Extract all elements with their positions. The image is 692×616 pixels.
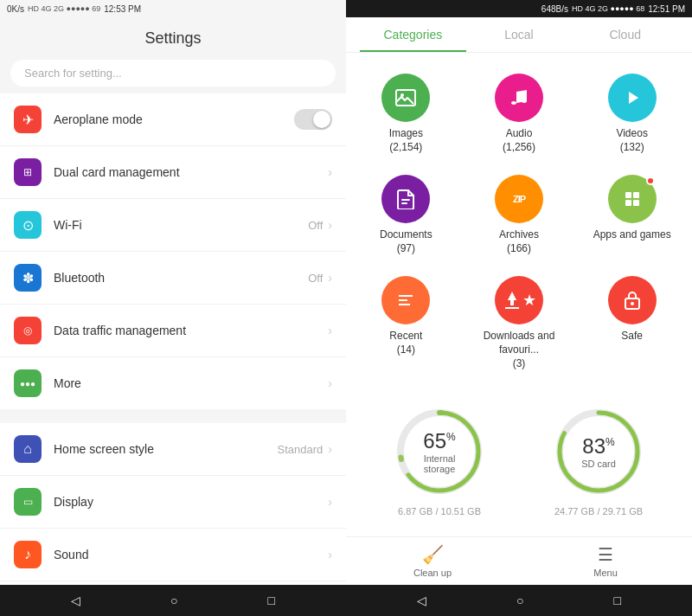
data-traffic-label: Data traffic management xyxy=(54,324,328,337)
sound-chevron: › xyxy=(328,548,332,561)
images-icon xyxy=(381,74,430,122)
menu-button[interactable]: ☰ Menu xyxy=(519,537,692,585)
aeroplane-label: Aeroplane mode xyxy=(54,112,294,126)
internal-percent-display: 65% Internal storage xyxy=(416,429,464,474)
internal-size: 6.87 GB / 10.51 GB xyxy=(398,506,481,517)
right-time: 12:51 PM xyxy=(648,4,685,14)
bluetooth-icon: ✽ xyxy=(14,264,42,292)
settings-item-wifi[interactable]: ⊙ Wi-Fi Off › xyxy=(0,199,346,252)
sd-donut: 83% SD card xyxy=(551,404,646,499)
sd-label: SD card xyxy=(581,459,616,469)
back-button-right[interactable]: ◁ xyxy=(417,594,426,607)
category-archives[interactable]: ZIP Archives(166) xyxy=(466,168,573,262)
home-screen-value: Standard xyxy=(278,443,324,456)
downloads-label: Downloads and favouri...(3) xyxy=(473,330,566,370)
svg-rect-5 xyxy=(633,200,639,206)
dual-card-label: Dual card management xyxy=(54,165,328,179)
storage-internal: 65% Internal storage 6.87 GB / 10.51 GB xyxy=(392,404,487,517)
storage-sd: 83% SD card 24.77 GB / 29.71 GB xyxy=(551,404,646,517)
category-recent[interactable]: Recent(14) xyxy=(353,269,459,377)
svg-rect-2 xyxy=(625,192,631,198)
category-downloads[interactable]: ★ Downloads and favouri...(3) xyxy=(466,269,573,377)
bluetooth-label: Bluetooth xyxy=(54,271,308,285)
archives-label: Archives(166) xyxy=(499,228,539,255)
videos-label: Videos(132) xyxy=(616,127,647,154)
recents-button-right[interactable]: □ xyxy=(614,594,621,607)
left-status-bar: 0K/s HD 4G 2G ●●●●● 69 12:53 PM xyxy=(0,0,346,17)
tab-categories[interactable]: Categories xyxy=(360,28,466,52)
more-label: More xyxy=(54,376,328,390)
settings-item-data-traffic[interactable]: ◎ Data traffic management › xyxy=(0,305,346,357)
settings-group-2: ⌂ Home screen style Standard › ▭ Display… xyxy=(0,423,346,585)
settings-item-bluetooth[interactable]: ✽ Bluetooth Off › xyxy=(0,252,346,305)
archives-icon: ZIP xyxy=(495,175,543,223)
sd-percent-display: 83% SD card xyxy=(581,434,616,469)
data-traffic-icon: ◎ xyxy=(14,317,42,344)
files-tabs: Categories Local Cloud xyxy=(346,17,692,53)
search-bar[interactable]: Search for setting... xyxy=(10,60,336,87)
category-images[interactable]: Images(2,154) xyxy=(353,67,459,161)
right-speed: 648B/s xyxy=(541,4,568,14)
audio-icon xyxy=(495,74,543,122)
svg-rect-3 xyxy=(633,192,639,198)
videos-icon xyxy=(608,74,657,122)
internal-label: Internal storage xyxy=(416,453,464,474)
documents-icon xyxy=(381,175,430,223)
apps-notification-dot xyxy=(646,176,655,185)
system-nav: ◁ ○ □ ◁ ○ □ xyxy=(0,585,692,616)
cleanup-label: Clean up xyxy=(413,568,452,578)
home-screen-icon: ⌂ xyxy=(14,435,42,463)
right-nav: ◁ ○ □ xyxy=(346,585,692,616)
settings-list: ✈ Aeroplane mode ⊞ Dual card management … xyxy=(0,93,346,585)
wifi-value: Off xyxy=(308,219,323,232)
category-apps[interactable]: Apps and games xyxy=(579,168,685,262)
svg-point-8 xyxy=(631,302,634,305)
left-time: 12:53 PM xyxy=(104,4,141,14)
apps-icon xyxy=(608,175,657,223)
settings-item-dual-card[interactable]: ⊞ Dual card management › xyxy=(0,146,346,199)
wifi-chevron: › xyxy=(328,218,332,232)
files-categories-grid: Images(2,154) Audio(1,256) Videos(132) xyxy=(346,53,692,391)
data-traffic-chevron: › xyxy=(328,324,332,337)
settings-item-sound[interactable]: ♪ Sound › xyxy=(0,529,346,581)
cleanup-icon: 🧹 xyxy=(422,544,444,565)
tab-cloud[interactable]: Cloud xyxy=(572,28,678,52)
menu-icon: ☰ xyxy=(598,544,613,565)
sd-percent: 83% xyxy=(581,434,616,459)
documents-label: Documents(97) xyxy=(380,228,432,255)
search-placeholder: Search for setting... xyxy=(24,67,122,80)
display-chevron: › xyxy=(328,495,332,509)
bluetooth-chevron: › xyxy=(328,271,332,285)
settings-item-display[interactable]: ▭ Display › xyxy=(0,476,346,529)
back-button-left[interactable]: ◁ xyxy=(71,594,80,607)
apps-label: Apps and games xyxy=(593,228,671,242)
recents-button-left[interactable]: □ xyxy=(268,594,275,607)
settings-item-home-screen[interactable]: ⌂ Home screen style Standard › xyxy=(0,423,346,476)
category-documents[interactable]: Documents(97) xyxy=(353,168,459,262)
internal-percent: 65% xyxy=(416,429,464,453)
tab-local[interactable]: Local xyxy=(466,28,573,52)
display-icon: ▭ xyxy=(14,488,42,516)
images-label: Images(2,154) xyxy=(389,127,423,154)
category-audio[interactable]: Audio(1,256) xyxy=(466,67,573,161)
settings-group-1: ✈ Aeroplane mode ⊞ Dual card management … xyxy=(0,93,346,409)
settings-item-more[interactable]: ●●● More › xyxy=(0,357,346,409)
cleanup-button[interactable]: 🧹 Clean up xyxy=(346,537,519,585)
aeroplane-toggle[interactable] xyxy=(294,109,332,130)
files-bottom-nav: 🧹 Clean up ☰ Menu xyxy=(346,536,692,585)
home-button-left[interactable]: ○ xyxy=(170,594,177,607)
category-safe[interactable]: Safe xyxy=(579,269,685,377)
category-videos[interactable]: Videos(132) xyxy=(579,67,685,161)
display-label: Display xyxy=(54,495,328,509)
safe-icon xyxy=(608,276,657,324)
aeroplane-icon: ✈ xyxy=(14,106,42,133)
dual-card-chevron: › xyxy=(328,165,332,179)
left-nav: ◁ ○ □ xyxy=(0,585,346,616)
sound-label: Sound xyxy=(54,548,328,561)
home-button-right[interactable]: ○ xyxy=(516,594,523,607)
settings-item-aeroplane[interactable]: ✈ Aeroplane mode xyxy=(0,93,346,146)
recent-label: Recent(14) xyxy=(389,330,422,356)
safe-label: Safe xyxy=(621,330,643,343)
files-panel: Categories Local Cloud Images(2,154) Aud… xyxy=(346,17,692,585)
wifi-label: Wi-Fi xyxy=(54,218,308,232)
